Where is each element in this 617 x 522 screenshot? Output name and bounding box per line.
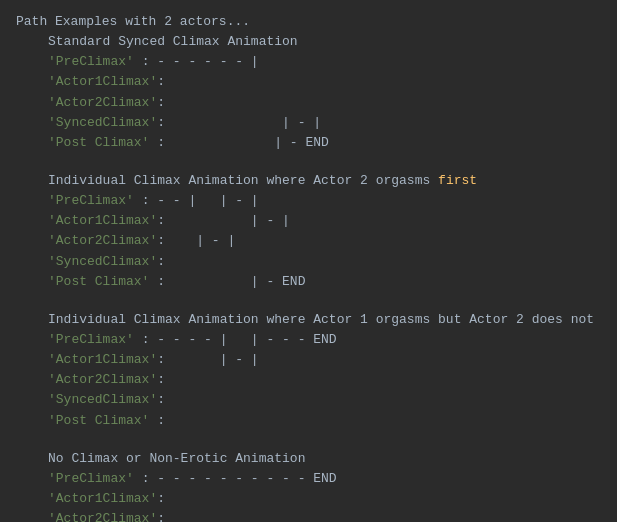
key-preclimax-4: 'PreClimax' bbox=[48, 469, 134, 489]
line-preclimax-2: 'PreClimax' : - - | | - | bbox=[16, 191, 601, 211]
section-individual-actor2-first: Individual Climax Animation where Actor … bbox=[16, 171, 601, 292]
key-syncedclimax-3: 'SyncedClimax' bbox=[48, 390, 157, 410]
subtitle-4: No Climax or Non-Erotic Animation bbox=[48, 449, 305, 469]
line-preclimax-3: 'PreClimax' : - - - - | | - - - END bbox=[16, 330, 601, 350]
key-actor1climax-2: 'Actor1Climax' bbox=[48, 211, 157, 231]
value-preclimax-2: : - - | | - | bbox=[134, 191, 259, 211]
line-actor2climax-1: 'Actor2Climax' : bbox=[16, 93, 601, 113]
line-syncedclimax-1: 'SyncedClimax' : | - | bbox=[16, 113, 601, 133]
section-individual-actor1-only: Individual Climax Animation where Actor … bbox=[16, 310, 601, 431]
subtitle-line-2: Individual Climax Animation where Actor … bbox=[16, 171, 601, 191]
key-actor2climax-1: 'Actor2Climax' bbox=[48, 93, 157, 113]
value-actor2climax-2: : | - | bbox=[157, 231, 235, 251]
value-actor1climax-4: : bbox=[157, 489, 165, 509]
value-actor2climax-3: : bbox=[157, 370, 165, 390]
line-actor1climax-3: 'Actor1Climax' : | - | bbox=[16, 350, 601, 370]
subtitle-line-4: No Climax or Non-Erotic Animation bbox=[16, 449, 601, 469]
key-postclimax-2: 'Post Climax' bbox=[48, 272, 149, 292]
value-syncedclimax-3: : bbox=[157, 390, 165, 410]
line-actor1climax-2: 'Actor1Climax' : | - | bbox=[16, 211, 601, 231]
value-postclimax-1: : | - END bbox=[149, 133, 328, 153]
subtitle-3: Individual Climax Animation where Actor … bbox=[48, 310, 594, 330]
value-actor1climax-3: : | - | bbox=[157, 350, 258, 370]
value-postclimax-3: : bbox=[149, 411, 165, 431]
key-postclimax-3: 'Post Climax' bbox=[48, 411, 149, 431]
key-postclimax-1: 'Post Climax' bbox=[48, 133, 149, 153]
line-syncedclimax-2: 'SyncedClimax' : bbox=[16, 252, 601, 272]
value-preclimax-3: : - - - - | | - - - END bbox=[134, 330, 337, 350]
section-standard-synced: Path Examples with 2 actors... Standard … bbox=[16, 12, 601, 153]
line-postclimax-2: 'Post Climax' : | - END bbox=[16, 272, 601, 292]
key-syncedclimax-1: 'SyncedClimax' bbox=[48, 113, 157, 133]
line-actor2climax-3: 'Actor2Climax' : bbox=[16, 370, 601, 390]
key-actor1climax-4: 'Actor1Climax' bbox=[48, 489, 157, 509]
value-syncedclimax-2: : bbox=[157, 252, 165, 272]
subtitle-1: Standard Synced Climax Animation bbox=[48, 32, 298, 52]
value-actor2climax-1: : bbox=[157, 93, 165, 113]
key-preclimax-1: 'PreClimax' bbox=[48, 52, 134, 72]
subtitle-2: Individual Climax Animation where Actor … bbox=[48, 171, 438, 191]
line-actor2climax-2: 'Actor2Climax' : | - | bbox=[16, 231, 601, 251]
key-actor2climax-4: 'Actor2Climax' bbox=[48, 509, 157, 522]
value-actor1climax-2: : | - | bbox=[157, 211, 290, 231]
line-postclimax-1: 'Post Climax' : | - END bbox=[16, 133, 601, 153]
main-title-line: Path Examples with 2 actors... bbox=[16, 12, 601, 32]
highlight-first: first bbox=[438, 171, 477, 191]
section-no-climax: No Climax or Non-Erotic Animation 'PreCl… bbox=[16, 449, 601, 522]
line-postclimax-3: 'Post Climax' : bbox=[16, 411, 601, 431]
value-actor2climax-4: : bbox=[157, 509, 165, 522]
line-actor1climax-4: 'Actor1Climax' : bbox=[16, 489, 601, 509]
value-preclimax-4: : - - - - - - - - - - END bbox=[134, 469, 337, 489]
line-actor1climax-1: 'Actor1Climax' : bbox=[16, 72, 601, 92]
subtitle-line-3: Individual Climax Animation where Actor … bbox=[16, 310, 601, 330]
value-syncedclimax-1: : | - | bbox=[157, 113, 321, 133]
value-actor1climax-1: : bbox=[157, 72, 165, 92]
line-preclimax-4: 'PreClimax' : - - - - - - - - - - END bbox=[16, 469, 601, 489]
key-actor2climax-3: 'Actor2Climax' bbox=[48, 370, 157, 390]
key-preclimax-3: 'PreClimax' bbox=[48, 330, 134, 350]
key-actor2climax-2: 'Actor2Climax' bbox=[48, 231, 157, 251]
key-actor1climax-3: 'Actor1Climax' bbox=[48, 350, 157, 370]
code-display: Path Examples with 2 actors... Standard … bbox=[0, 0, 617, 522]
key-syncedclimax-2: 'SyncedClimax' bbox=[48, 252, 157, 272]
line-actor2climax-4: 'Actor2Climax' : bbox=[16, 509, 601, 522]
key-actor1climax-1: 'Actor1Climax' bbox=[48, 72, 157, 92]
line-preclimax-1: 'PreClimax' : - - - - - - | bbox=[16, 52, 601, 72]
value-preclimax-1: : - - - - - - | bbox=[134, 52, 259, 72]
line-syncedclimax-3: 'SyncedClimax' : bbox=[16, 390, 601, 410]
subtitle-line-1: Standard Synced Climax Animation bbox=[16, 32, 601, 52]
key-preclimax-2: 'PreClimax' bbox=[48, 191, 134, 211]
value-postclimax-2: : | - END bbox=[149, 272, 305, 292]
main-title: Path Examples with 2 actors... bbox=[16, 12, 250, 32]
